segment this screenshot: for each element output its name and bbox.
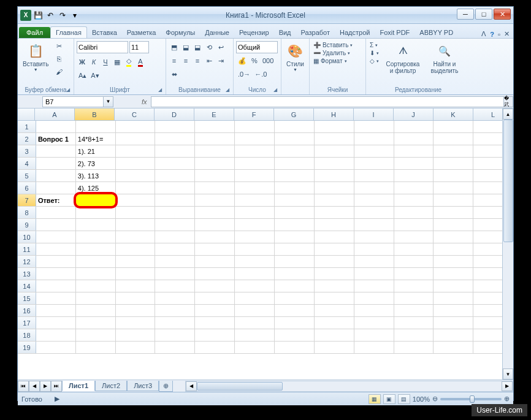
cell-G10[interactable] bbox=[275, 231, 315, 243]
cell-H10[interactable] bbox=[315, 231, 354, 243]
cell-H12[interactable] bbox=[315, 256, 354, 267]
formula-bar-input[interactable] bbox=[151, 96, 503, 107]
cell-H16[interactable] bbox=[315, 305, 354, 316]
file-tab[interactable]: Файл bbox=[19, 27, 50, 38]
scroll-left-icon[interactable]: ◀ bbox=[186, 381, 197, 391]
cell-C14[interactable] bbox=[116, 280, 156, 292]
decrease-font-icon[interactable]: A▾ bbox=[89, 69, 101, 82]
cell-F16[interactable] bbox=[235, 305, 275, 316]
cell-J18[interactable] bbox=[394, 329, 434, 341]
cell-A5[interactable] bbox=[36, 170, 76, 181]
cell-H4[interactable] bbox=[315, 158, 354, 169]
cell-G15[interactable] bbox=[275, 292, 315, 304]
cell-C4[interactable] bbox=[116, 158, 156, 169]
increase-indent-icon[interactable]: ⇥ bbox=[215, 55, 226, 67]
cell-J8[interactable] bbox=[394, 207, 434, 218]
cell-B1[interactable] bbox=[76, 121, 116, 132]
decrease-decimal-icon[interactable]: ←.0 bbox=[253, 68, 269, 80]
cell-H17[interactable] bbox=[315, 317, 354, 329]
cell-K18[interactable] bbox=[434, 329, 473, 341]
zoom-slider[interactable] bbox=[440, 398, 502, 400]
excel-logo-icon[interactable]: X bbox=[20, 10, 31, 21]
row-header-12[interactable]: 12 bbox=[18, 256, 36, 267]
row-header-16[interactable]: 16 bbox=[18, 305, 36, 316]
cell-A3[interactable] bbox=[36, 145, 76, 157]
row-header-8[interactable]: 8 bbox=[18, 207, 36, 218]
cell-D19[interactable] bbox=[155, 342, 195, 353]
cell-I18[interactable] bbox=[354, 329, 394, 341]
cell-C9[interactable] bbox=[116, 219, 156, 231]
cell-K15[interactable] bbox=[434, 292, 473, 304]
cell-K1[interactable] bbox=[434, 121, 473, 132]
col-header-G[interactable]: G bbox=[274, 109, 314, 120]
normal-view-icon[interactable]: ▦ bbox=[369, 394, 381, 404]
format-cells-button[interactable]: ▦Формат▾ bbox=[312, 57, 363, 65]
cell-E7[interactable] bbox=[195, 194, 235, 206]
sheet-tab-2[interactable]: Лист2 bbox=[95, 381, 127, 391]
percent-icon[interactable]: % bbox=[249, 55, 260, 67]
cell-H5[interactable] bbox=[315, 170, 354, 181]
cell-I12[interactable] bbox=[354, 256, 394, 267]
cell-J15[interactable] bbox=[394, 292, 434, 304]
cell-E8[interactable] bbox=[195, 207, 235, 218]
cell-F7[interactable] bbox=[235, 194, 275, 206]
cell-E5[interactable] bbox=[195, 170, 235, 181]
cell-A4[interactable] bbox=[36, 158, 76, 169]
cell-E9[interactable] bbox=[195, 219, 235, 231]
prev-sheet-icon[interactable]: ◀ bbox=[29, 381, 40, 392]
cell-F8[interactable] bbox=[235, 207, 275, 218]
cell-E4[interactable] bbox=[195, 158, 235, 169]
cell-F10[interactable] bbox=[235, 231, 275, 243]
cell-K5[interactable] bbox=[434, 170, 473, 181]
col-header-C[interactable]: C bbox=[115, 109, 155, 120]
row-header-18[interactable]: 18 bbox=[18, 329, 36, 341]
border-icon[interactable]: ▦ bbox=[112, 56, 123, 68]
cell-G7[interactable] bbox=[275, 194, 315, 206]
cell-C12[interactable] bbox=[116, 256, 156, 267]
cell-F6[interactable] bbox=[235, 182, 275, 194]
cell-C18[interactable] bbox=[116, 329, 156, 341]
cell-K9[interactable] bbox=[434, 219, 473, 231]
cell-K8[interactable] bbox=[434, 207, 473, 218]
row-header-17[interactable]: 17 bbox=[18, 317, 36, 329]
tab-insert[interactable]: Вставка bbox=[87, 27, 122, 38]
expand-formula-bar-icon[interactable]: �武 bbox=[503, 96, 513, 107]
cell-J5[interactable] bbox=[394, 170, 434, 181]
cell-I13[interactable] bbox=[354, 268, 394, 280]
cell-B18[interactable] bbox=[76, 329, 116, 341]
horizontal-scrollbar[interactable]: ◀ ▶ bbox=[185, 381, 513, 392]
cell-I8[interactable] bbox=[354, 207, 394, 218]
cell-K12[interactable] bbox=[434, 256, 473, 267]
cell-D14[interactable] bbox=[155, 280, 195, 292]
cell-J9[interactable] bbox=[394, 219, 434, 231]
cell-D10[interactable] bbox=[155, 231, 195, 243]
cell-K11[interactable] bbox=[434, 243, 473, 255]
cell-B2[interactable]: 14*8+1= bbox=[76, 133, 116, 145]
cell-G18[interactable] bbox=[275, 329, 315, 341]
cell-B5[interactable]: 3). 113 bbox=[76, 170, 116, 181]
cut-icon[interactable]: ✂ bbox=[53, 40, 65, 52]
cell-F4[interactable] bbox=[235, 158, 275, 169]
align-left-icon[interactable]: ≡ bbox=[169, 55, 180, 67]
cell-G19[interactable] bbox=[275, 342, 315, 353]
cell-F13[interactable] bbox=[235, 268, 275, 280]
cell-B13[interactable] bbox=[76, 268, 116, 280]
cell-E3[interactable] bbox=[195, 145, 235, 157]
sort-filter-button[interactable]: ᗑ Сортировка и фильтр bbox=[382, 40, 424, 75]
cell-H11[interactable] bbox=[315, 243, 354, 255]
cell-G17[interactable] bbox=[275, 317, 315, 329]
cell-K7[interactable] bbox=[434, 194, 473, 206]
decrease-indent-icon[interactable]: ⇤ bbox=[204, 55, 215, 67]
fx-icon[interactable]: fx bbox=[138, 98, 151, 105]
zoom-out-icon[interactable]: ⊖ bbox=[432, 395, 438, 403]
row-header-1[interactable]: 1 bbox=[18, 121, 36, 132]
orientation-icon[interactable]: ⟲ bbox=[204, 41, 215, 53]
new-sheet-icon[interactable]: ⊕ bbox=[159, 381, 173, 392]
cell-I9[interactable] bbox=[354, 219, 394, 231]
cell-K3[interactable] bbox=[434, 145, 473, 157]
row-header-19[interactable]: 19 bbox=[18, 342, 36, 353]
cell-H1[interactable] bbox=[315, 121, 354, 132]
fill-color-icon[interactable]: ◇ bbox=[123, 56, 134, 68]
cell-C15[interactable] bbox=[116, 292, 156, 304]
cell-G16[interactable] bbox=[275, 305, 315, 316]
